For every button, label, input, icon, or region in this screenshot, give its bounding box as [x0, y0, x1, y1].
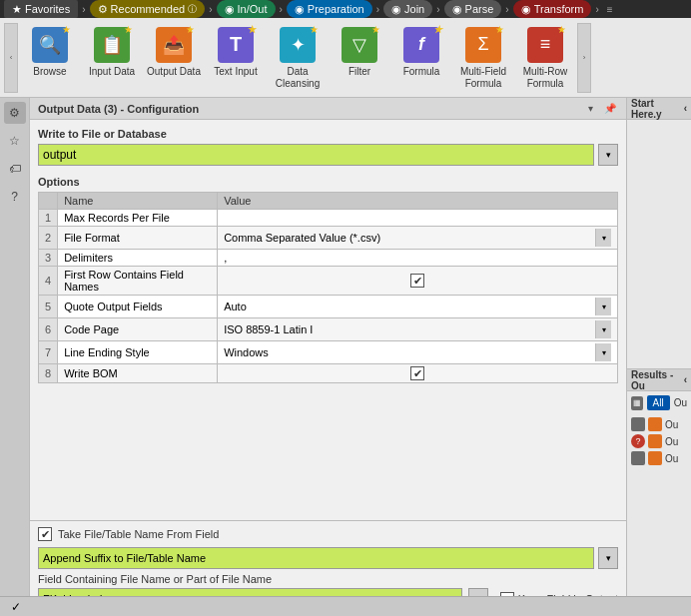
- right-panel-collapse-btn[interactable]: ‹: [684, 103, 687, 114]
- results-content: ▦ All Ou Ou ? Ou Ou: [627, 391, 691, 469]
- text-input-icon: T ★: [218, 27, 254, 63]
- row-value-4[interactable]: ✔: [218, 267, 618, 296]
- config-dropdown-btn[interactable]: ▾: [582, 101, 598, 117]
- nav-chevron-4[interactable]: ›: [374, 4, 381, 15]
- results-collapse-btn[interactable]: ‹: [684, 374, 687, 385]
- sidebar-icon-star[interactable]: ☆: [4, 130, 26, 152]
- row-value-8[interactable]: ✔: [218, 364, 618, 383]
- row-value-2[interactable]: Comma Separated Value (*.csv) ▾: [218, 227, 618, 250]
- results-all-button[interactable]: All: [647, 395, 670, 410]
- line-ending-value: Windows: [224, 346, 269, 358]
- col-header-name: Name: [58, 193, 218, 210]
- result-item-2: ? Ou: [631, 434, 687, 448]
- first-row-checkbox[interactable]: ✔: [410, 274, 424, 288]
- multi-formula-icon: Σ ★: [465, 27, 501, 63]
- nav-overflow-icon[interactable]: ≡: [607, 4, 613, 15]
- take-file-checkbox[interactable]: ✔: [38, 527, 52, 541]
- tool-input-data[interactable]: 📋 ★ Input Data: [82, 23, 142, 93]
- tool-formula[interactable]: f ★ Formula: [391, 23, 451, 93]
- status-check-icon[interactable]: ✓: [8, 599, 24, 615]
- output-dropdown-button[interactable]: ▾: [598, 144, 618, 166]
- tool-ribbon: ‹ 🔍 ★ Browse 📋 ★ Input Data 📤 ★ Output D…: [0, 18, 691, 98]
- input-data-icon: 📋 ★: [94, 27, 130, 63]
- write-section-label: Write to File or Database: [38, 128, 618, 140]
- row-num-5: 5: [39, 296, 58, 318]
- code-page-dropdown[interactable]: ▾: [595, 320, 611, 338]
- nav-tab-transform[interactable]: ◉ Transform: [513, 0, 592, 18]
- col-header-value: Value: [218, 193, 618, 210]
- row-value-7[interactable]: Windows ▾: [218, 341, 618, 364]
- row-value-5[interactable]: Auto ▾: [218, 296, 618, 318]
- output-input-field[interactable]: [38, 144, 594, 166]
- quote-output-dropdown[interactable]: ▾: [595, 298, 611, 315]
- row-num-2: 2: [39, 227, 58, 250]
- nav-tab-join-label: Join: [404, 3, 424, 15]
- result-output-icon-2[interactable]: [648, 434, 662, 448]
- row-name-2: File Format: [58, 227, 218, 250]
- textinput-star: ★: [248, 24, 257, 35]
- text-input-label: Text Input: [214, 66, 257, 78]
- nav-chevron-7[interactable]: ›: [593, 4, 600, 15]
- config-title: Output Data (3) - Configuration: [38, 103, 199, 115]
- row-num-4: 4: [39, 267, 58, 296]
- result-icon-3: [631, 451, 645, 465]
- nav-chevron-5[interactable]: ›: [434, 4, 441, 15]
- table-row: 4 First Row Contains Field Names ✔: [39, 267, 618, 296]
- tool-multi-row-formula[interactable]: ≡ ★ Multi-Row Formula: [515, 23, 575, 93]
- ribbon-scroll-left[interactable]: ‹: [4, 23, 18, 93]
- top-nav-bar: ★ Favorites › ⚙ Recommended ⓘ › ◉ In/Out…: [0, 0, 691, 18]
- filter-label: Filter: [348, 66, 370, 78]
- datacleansing-star: ★: [310, 24, 319, 35]
- nav-tab-recommended-label: Recommended: [111, 3, 186, 15]
- append-suffix-input[interactable]: [38, 547, 594, 569]
- row-value-6[interactable]: ISO 8859-1 Latin I ▾: [218, 318, 618, 341]
- result-output-icon-3[interactable]: [648, 451, 662, 465]
- quote-output-value: Auto: [224, 301, 247, 312]
- tool-data-cleansing[interactable]: ✦ ★ Data Cleansing: [268, 23, 328, 93]
- transform-icon: ◉: [521, 3, 531, 16]
- nav-tab-parse[interactable]: ◉ Parse: [444, 0, 502, 18]
- nav-tab-recommended[interactable]: ⚙ Recommended ⓘ: [90, 0, 206, 18]
- sidebar-icon-tag[interactable]: 🏷: [4, 158, 26, 180]
- formula-label: Formula: [403, 66, 440, 78]
- sidebar-icon-settings[interactable]: ⚙: [4, 102, 26, 124]
- ribbon-scroll-right[interactable]: ›: [577, 23, 591, 93]
- browse-icon: 🔍 ★: [32, 27, 68, 63]
- formula-icon: f ★: [403, 27, 439, 63]
- result-icon-2: ?: [631, 434, 645, 448]
- nav-tab-join[interactable]: ◉ Join: [383, 0, 432, 18]
- result-output-icon-1[interactable]: [648, 417, 662, 431]
- nav-chevron-2[interactable]: ›: [207, 4, 214, 15]
- tool-output-data[interactable]: 📤 ★ Output Data: [144, 23, 204, 93]
- tool-multi-field-formula[interactable]: Σ ★ Multi-Field Formula: [453, 23, 513, 93]
- table-row: 7 Line Ending Style Windows ▾: [39, 341, 618, 364]
- nav-tab-inout[interactable]: ◉ In/Out: [217, 0, 276, 18]
- row-name-7: Line Ending Style: [58, 341, 218, 364]
- results-title: Results - Ou: [631, 369, 684, 391]
- col-header-num: [39, 193, 58, 210]
- nav-chevron-1[interactable]: ›: [80, 4, 87, 15]
- append-suffix-dropdown[interactable]: ▾: [598, 547, 618, 569]
- nav-tab-preparation[interactable]: ◉ Preparation: [287, 0, 372, 18]
- sidebar-icon-help[interactable]: ?: [4, 186, 26, 208]
- file-format-dropdown[interactable]: ▾: [595, 229, 611, 247]
- results-header: Results - Ou ‹: [627, 369, 691, 391]
- result-text-2: Ou: [665, 436, 678, 447]
- data-cleansing-label: Data Cleansing: [270, 66, 326, 90]
- nav-chevron-6[interactable]: ›: [503, 4, 510, 15]
- config-pin-btn[interactable]: 📌: [602, 101, 618, 117]
- result-item-1: Ou: [631, 417, 687, 431]
- row-num-1: 1: [39, 210, 58, 227]
- tool-browse[interactable]: 🔍 ★ Browse: [20, 23, 80, 93]
- nav-chevron-3[interactable]: ›: [278, 4, 285, 15]
- config-header-actions: ▾ 📌: [582, 101, 618, 117]
- tool-text-input[interactable]: T ★ Text Input: [206, 23, 266, 93]
- row-num-3: 3: [39, 250, 58, 267]
- right-panel-title: Start Here.y: [631, 98, 684, 120]
- write-bom-checkbox[interactable]: ✔: [410, 366, 424, 380]
- row-name-8: Write BOM: [58, 364, 218, 383]
- line-ending-dropdown[interactable]: ▾: [595, 343, 611, 361]
- nav-tab-favorites[interactable]: ★ Favorites: [4, 0, 78, 18]
- results-grid-icon[interactable]: ▦: [631, 396, 643, 410]
- tool-filter[interactable]: ▽ ★ Filter: [330, 23, 389, 93]
